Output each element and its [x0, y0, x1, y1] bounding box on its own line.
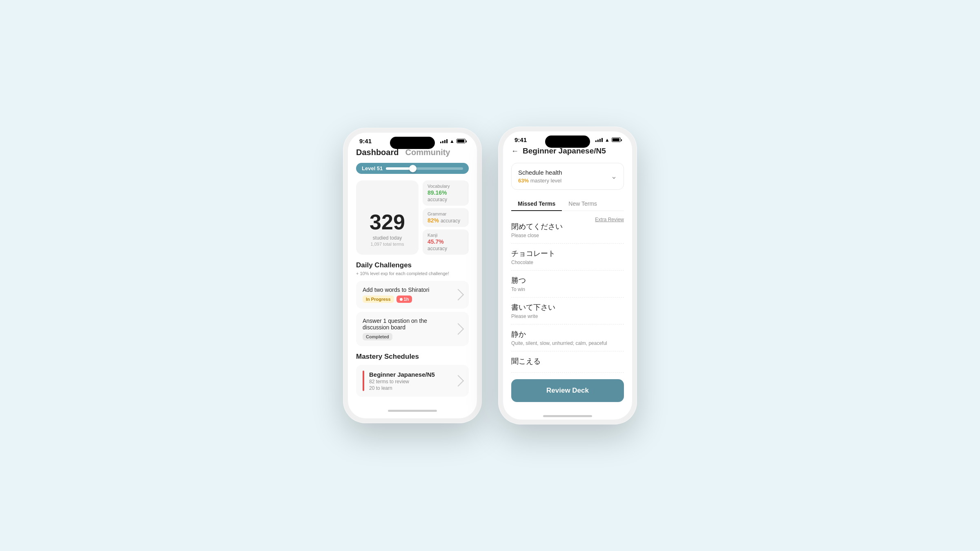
badge-completed: Completed: [363, 333, 392, 340]
mastery-indicator: [363, 371, 364, 391]
mastery-title: Mastery Schedules: [356, 353, 469, 361]
status-time-1: 9:41: [359, 138, 372, 144]
mastery-detail-2: 20 to learn: [369, 385, 449, 391]
term-item-4: 静か Quite, silent, slow, unhurried; calm,…: [511, 324, 624, 351]
term-japanese-4: 静か: [511, 329, 624, 339]
term-japanese-0: 閉めてください: [511, 222, 624, 231]
accuracy-pct-kanji: 45.7%: [428, 238, 444, 245]
schedule-health-card[interactable]: Schedule health 63% mastery level ⌄: [511, 163, 624, 190]
term-english-3: Please write: [511, 313, 624, 319]
badge-timer: 1h: [396, 295, 412, 303]
challenge-shiratori-info: Add two words to Shiratori In Progress 1…: [363, 287, 429, 303]
badge-in-progress: In Progress: [363, 295, 394, 303]
dynamic-island-2: [545, 136, 590, 148]
battery-icon: [457, 139, 466, 143]
health-chevron-icon: ⌄: [611, 172, 617, 181]
total-terms: 1,097 total terms: [364, 242, 410, 247]
phone-1-screen: 9:41 ▲ Dashboard: [348, 133, 477, 418]
term-item-3: 書いて下さい Please write: [511, 298, 624, 324]
screen-2-content: ← Beginner Japanese/N5 Schedule health 6…: [503, 145, 632, 410]
phone-2-frame: 9:41 ▲ ← B: [498, 127, 637, 424]
home-indicator-2: [543, 415, 592, 417]
studied-label: studied today: [364, 235, 410, 241]
back-button[interactable]: ←: [511, 147, 519, 156]
challenge-shiratori[interactable]: Add two words to Shiratori In Progress 1…: [356, 281, 469, 309]
review-deck-button[interactable]: Review Deck: [511, 379, 624, 402]
accuracy-pct-grammar: 82%: [428, 217, 439, 224]
accuracy-value-vocab: 89.16% accuracy: [428, 189, 464, 202]
tab-dashboard[interactable]: Dashboard: [356, 148, 399, 157]
health-info: Schedule health 63% mastery level: [518, 169, 562, 184]
accuracy-type-grammar: Grammar: [428, 211, 464, 216]
accuracy-cards: Vocabulary 89.16% accuracy Grammar 82% a…: [423, 180, 469, 255]
terms-tabs: Missed Terms New Terms: [511, 197, 624, 211]
mastery-detail-1: 82 terms to review: [369, 379, 449, 384]
accuracy-pct-vocab: 89.16%: [428, 189, 447, 196]
term-item-1: チョコレート Chocolate: [511, 244, 624, 271]
mastery-card-title: Beginner Japanese/N5: [369, 371, 449, 378]
challenge-shiratori-title: Add two words to Shiratori: [363, 287, 429, 293]
health-mastery: 63% mastery level: [518, 178, 562, 184]
screen-1-content: Dashboard Community Level 51 329 studied: [348, 146, 477, 405]
mastery-chevron: [452, 375, 464, 387]
nav-tabs: Dashboard Community: [356, 148, 469, 157]
mastery-card-n5[interactable]: Beginner Japanese/N5 82 terms to review …: [356, 365, 469, 397]
daily-challenges-subtitle: + 10% level exp for each completed chall…: [356, 271, 469, 276]
extra-review-link[interactable]: Extra Review: [595, 217, 624, 222]
timer-dot: [400, 298, 403, 301]
term-item-2: 勝つ To win: [511, 271, 624, 298]
level-thumb[interactable]: [409, 165, 416, 172]
wifi-icon-2: ▲: [605, 137, 610, 143]
mastery-pct: 63%: [518, 178, 529, 184]
accuracy-vocabulary: Vocabulary 89.16% accuracy: [423, 180, 469, 206]
challenge-shiratori-badges: In Progress 1h: [363, 295, 429, 303]
tab-community[interactable]: Community: [405, 148, 450, 157]
status-icons-2: ▲: [595, 137, 621, 143]
detail-header: ← Beginner Japanese/N5: [511, 147, 624, 156]
term-english-1: Chocolate: [511, 260, 624, 265]
screens-container: 9:41 ▲ Dashboard: [204, 127, 776, 424]
challenge-discussion-chevron: [452, 323, 464, 335]
accuracy-grammar: Grammar 82% accuracy: [423, 208, 469, 227]
accuracy-type-kanji: Kanji: [428, 233, 464, 238]
phone-2-screen: 9:41 ▲ ← B: [503, 131, 632, 420]
status-time-2: 9:41: [514, 136, 527, 143]
accuracy-value-kanji: 45.7% accuracy: [428, 238, 464, 251]
level-bar: Level 51: [356, 163, 469, 174]
tab-missed-terms[interactable]: Missed Terms: [511, 197, 562, 211]
term-japanese-3: 書いて下さい: [511, 302, 624, 312]
term-english-4: Quite, silent, slow, unhurried; calm, pe…: [511, 340, 624, 346]
challenge-discussion-badges: Completed: [363, 333, 454, 340]
accuracy-type-vocab: Vocabulary: [428, 184, 464, 189]
wifi-icon: ▲: [450, 138, 454, 144]
challenge-discussion[interactable]: Answer 1 question on the discussion boar…: [356, 312, 469, 346]
home-indicator-1: [388, 410, 437, 412]
term-english-2: To win: [511, 287, 624, 292]
detail-title: Beginner Japanese/N5: [523, 147, 606, 156]
level-track: [386, 167, 463, 170]
term-japanese-5: 聞こえる: [511, 356, 624, 366]
phone-1-frame: 9:41 ▲ Dashboard: [343, 128, 482, 423]
status-icons-1: ▲: [440, 138, 466, 144]
accuracy-value-grammar: 82% accuracy: [428, 217, 464, 224]
level-label: Level 51: [362, 165, 383, 171]
terms-list: Extra Review 閉めてください Please close チョコレート…: [511, 217, 624, 373]
timer-label: 1h: [404, 297, 409, 302]
tab-new-terms[interactable]: New Terms: [562, 197, 604, 211]
dynamic-island-1: [390, 137, 435, 149]
studied-number: 329: [364, 211, 410, 233]
mastery-info: Beginner Japanese/N5 82 terms to review …: [369, 371, 449, 391]
accuracy-kanji: Kanji 45.7% accuracy: [423, 229, 469, 255]
battery-icon-2: [612, 138, 621, 142]
challenge-discussion-title: Answer 1 question on the discussion boar…: [363, 318, 454, 331]
term-japanese-1: チョコレート: [511, 249, 624, 258]
challenge-discussion-info: Answer 1 question on the discussion boar…: [363, 318, 454, 340]
studied-card: 329 studied today 1,097 total terms: [356, 180, 419, 255]
term-english-0: Please close: [511, 233, 624, 238]
term-japanese-2: 勝つ: [511, 276, 624, 285]
signal-icon-2: [595, 138, 603, 142]
mastery-suffix: mastery level: [530, 178, 562, 184]
stats-row: 329 studied today 1,097 total terms Voca…: [356, 180, 469, 255]
health-label: Schedule health: [518, 169, 562, 176]
signal-icon: [440, 139, 448, 143]
